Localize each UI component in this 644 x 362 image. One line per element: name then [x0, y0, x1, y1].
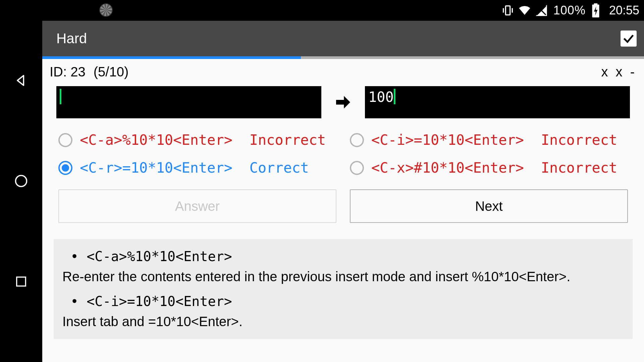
options-grid: <C-a>%10*10<Enter> Incorrect <C-i>=10*10…: [58, 132, 628, 176]
option-text: <C-i>=10*10<Enter> Incorrect: [371, 132, 617, 148]
next-button[interactable]: Next: [350, 189, 628, 223]
option-a[interactable]: <C-a>%10*10<Enter> Incorrect: [58, 132, 336, 148]
option-d[interactable]: <C-x>#10*10<Enter> Incorrect: [350, 160, 628, 176]
clock: 20:55: [609, 3, 639, 17]
explanation-panel: • <C-a>%10*10<Enter> Re-enter the conten…: [54, 239, 633, 339]
before-box: [56, 86, 321, 118]
button-row: Answer Next: [58, 189, 628, 223]
page-title: Hard: [56, 31, 87, 47]
explain-desc: Re-enter the contents entered in the pre…: [62, 266, 624, 287]
question-meta: ID: 23 (5/10) x x -: [48, 64, 638, 86]
question-id: ID: 23: [50, 64, 86, 79]
status-bar: 100% 20:55: [42, 0, 644, 21]
before-after-row: 100: [56, 86, 630, 118]
cursor-icon: [60, 89, 61, 104]
vibrate-icon: [501, 4, 515, 17]
battery-charging-icon: [589, 4, 602, 17]
option-text: <C-a>%10*10<Enter> Incorrect: [80, 132, 326, 148]
loading-spinner-icon: [99, 3, 113, 17]
radio-icon: [58, 133, 72, 147]
wifi-icon: [518, 4, 531, 17]
cursor-icon: [394, 89, 395, 104]
explain-bullet: • <C-i>=10*10<Enter>: [62, 291, 624, 311]
radio-icon: [350, 161, 364, 175]
android-nav-rail: [0, 0, 42, 362]
option-text: <C-r>=10*10<Enter> Correct: [80, 160, 309, 176]
question-counter: (5/10): [94, 64, 129, 79]
battery-level: 100%: [553, 3, 586, 17]
after-text: 100: [368, 89, 394, 105]
score-track: x x -: [601, 64, 637, 79]
app-bar: Hard: [42, 21, 644, 56]
after-box: 100: [365, 86, 630, 118]
svg-rect-8: [594, 3, 598, 5]
explain-desc: Insert tab and =10*10<Enter>.: [62, 311, 624, 331]
radio-icon: [58, 161, 72, 175]
option-text: <C-x>#10*10<Enter> Incorrect: [371, 160, 617, 176]
progress-bar: [42, 56, 644, 59]
back-icon[interactable]: [13, 72, 30, 89]
progress-fill: [42, 56, 301, 59]
option-b[interactable]: <C-i>=10*10<Enter> Incorrect: [350, 132, 628, 148]
done-button[interactable]: [621, 31, 637, 47]
app-screen: 100% 20:55 Hard ID: 23 (5/10) x x -: [42, 0, 644, 362]
radio-icon: [350, 133, 364, 147]
signal-icon: [535, 4, 548, 17]
check-icon: [622, 32, 635, 45]
svg-rect-2: [505, 6, 510, 15]
option-c[interactable]: <C-r>=10*10<Enter> Correct: [58, 160, 336, 176]
svg-rect-1: [17, 277, 26, 286]
arrow-icon: [321, 93, 365, 112]
home-icon[interactable]: [13, 173, 30, 189]
explain-bullet: • <C-a>%10*10<Enter>: [62, 246, 624, 266]
recent-apps-icon[interactable]: [13, 273, 30, 290]
answer-button: Answer: [58, 189, 336, 223]
svg-point-0: [16, 176, 27, 187]
content-area: ID: 23 (5/10) x x - 100 <C-a>%10*10<Ente…: [42, 59, 644, 362]
